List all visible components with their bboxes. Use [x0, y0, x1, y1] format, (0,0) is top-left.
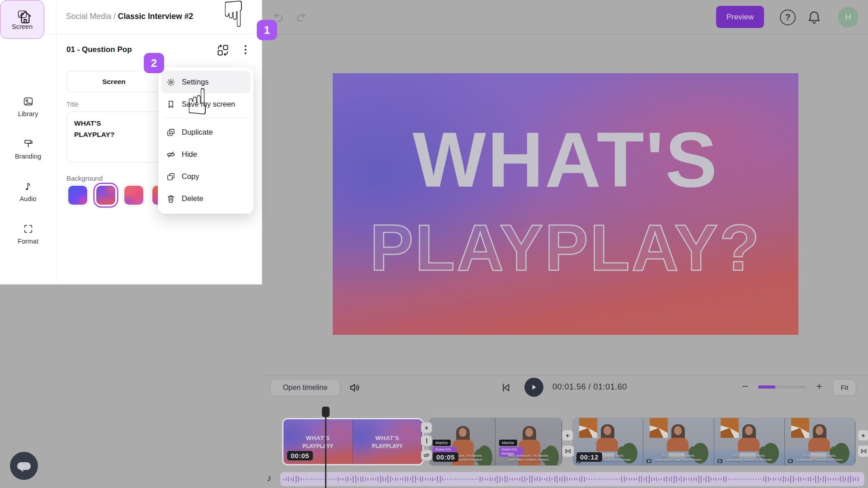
subtitle-text: In a fast-paced world,businesses have a … — [648, 454, 709, 463]
play-button[interactable] — [524, 378, 543, 397]
replace-screen-button[interactable] — [216, 43, 230, 57]
preview-button[interactable]: Preview — [716, 6, 764, 28]
add-screen-button[interactable]: + — [562, 430, 573, 441]
menu-item-hide[interactable]: Hide — [161, 143, 250, 165]
zoom-in-button[interactable]: + — [814, 380, 825, 394]
eye-off-icon — [423, 452, 430, 459]
transition-button[interactable] — [858, 445, 868, 457]
screen-options-button[interactable] — [240, 42, 251, 57]
speaker-icon — [348, 381, 362, 394]
sidebar-item-branding[interactable]: Branding — [0, 138, 56, 160]
timeline-clip-interview-1[interactable]: Marine Global KOL Manager Hello everyone… — [429, 418, 562, 465]
clip-thumbnail: In a fast-paced world,businesses have a … — [785, 418, 855, 465]
bookmark-icon — [166, 100, 175, 109]
sidebar-item-label: Branding — [15, 153, 41, 160]
audio-waveform-track[interactable] — [280, 472, 864, 486]
sidebar-item-format[interactable]: Format — [0, 223, 56, 245]
wall-art — [791, 418, 809, 438]
question-mark-icon: ? — [785, 12, 790, 23]
tutorial-cursor-1: ☟ — [222, 0, 245, 33]
subtitle-text: In a fast-paced world,businesses have a … — [790, 454, 850, 463]
step-badge-1: 1 — [257, 20, 277, 40]
redo-button[interactable] — [295, 10, 309, 25]
timeline-clip-title-screen[interactable]: WHAT'S PLAYPLAY? WHAT'S PLAYPLAY? 00:05 — [282, 418, 424, 465]
menu-item-label: Delete — [182, 194, 203, 203]
breadcrumb-project-name[interactable]: Classic Interview #2 — [118, 12, 193, 21]
background-swatch-1[interactable] — [67, 184, 89, 206]
time-display: 00:01.56 / 01:01.60 — [552, 382, 627, 392]
title-field-label: Title — [66, 101, 79, 108]
background-swatch-3[interactable] — [123, 184, 145, 206]
timeline-zoom-slider[interactable] — [758, 385, 806, 389]
wall-art — [650, 418, 668, 438]
clip-thumbnail: In a fast-paced world,businesses have a … — [643, 418, 714, 465]
menu-item-label: Copy — [182, 172, 199, 181]
mute-button[interactable] — [348, 381, 362, 394]
menu-item-copy[interactable]: Copy — [161, 165, 250, 188]
home-button[interactable] — [17, 9, 33, 25]
chat-support-button[interactable] — [10, 452, 38, 480]
music-note-icon: ♪ — [267, 473, 272, 483]
clip-thumbnail: Marine Global KOL Manager Hello everyone… — [495, 418, 562, 465]
current-time: 00:01.56 — [552, 382, 586, 391]
avatar-initial: H — [845, 13, 851, 22]
library-icon — [0, 96, 56, 107]
add-screen-button[interactable]: + — [858, 430, 868, 441]
speaker-name-label: Marine — [433, 440, 451, 446]
speaker-name-label: Marine — [499, 440, 517, 446]
controls-divider — [262, 375, 868, 376]
split-button[interactable] — [421, 435, 432, 446]
total-duration: 01:01.60 — [594, 382, 627, 391]
sidebar-item-label: Library — [18, 110, 38, 117]
transition-button[interactable] — [562, 445, 574, 457]
clip-duration-badge: 00:05 — [287, 451, 313, 460]
duplicate-icon — [166, 128, 175, 137]
user-avatar[interactable]: H — [838, 7, 859, 28]
background-section-label: Background — [66, 174, 103, 182]
watermark: D — [788, 459, 793, 463]
timeline-clip-interview-2[interactable]: In a fast-paced world,businesses have a … — [573, 418, 855, 465]
paint-roller-icon — [0, 138, 56, 150]
hide-clip-button[interactable] — [421, 450, 432, 461]
add-screen-button[interactable]: + — [421, 422, 432, 433]
step-badge-2: 2 — [144, 53, 164, 73]
clip-thumbnail: WHAT'S PLAYPLAY? — [353, 419, 423, 464]
wall-art — [721, 418, 739, 438]
clip-thumbnail: In a fast-paced world,businesses have a … — [714, 418, 785, 465]
subtitle-text: In a fast-paced world,businesses have a … — [719, 454, 779, 463]
music-note-icon — [0, 181, 56, 192]
canvas-title-line2: PLAYPLAY? — [370, 216, 761, 281]
screen-panel-title: 01 - Question Pop — [66, 45, 132, 54]
sidebar-item-library[interactable]: Library — [0, 96, 56, 117]
screen-type-label: Screen — [102, 78, 126, 86]
fit-button[interactable]: Fit — [833, 379, 856, 396]
split-icon — [426, 438, 427, 443]
help-button[interactable]: ? — [780, 9, 796, 25]
tutorial-cursor-2: ☝ — [186, 84, 208, 120]
menu-item-duplicate[interactable]: Duplicate — [161, 121, 250, 143]
chat-bubble-icon — [17, 462, 31, 470]
copy-icon — [166, 172, 175, 181]
zoom-out-button[interactable]: − — [740, 380, 750, 394]
background-swatch-2-selected[interactable] — [95, 184, 117, 206]
play-icon — [530, 384, 538, 391]
breadcrumb-project-group[interactable]: Social Media / — [66, 12, 118, 21]
sidebar-item-label: Format — [18, 238, 38, 245]
swap-icon — [216, 43, 230, 57]
sidebar-item-audio[interactable]: Audio — [0, 181, 56, 202]
clip-duration-badge: 00:05 — [433, 452, 458, 462]
video-canvas[interactable]: WHAT'S PLAYPLAY? — [333, 73, 798, 335]
video-editor-app: Preview ? H WHAT'S PLAYPLAY? Open timeli… — [0, 0, 868, 488]
open-timeline-label: Open timeline — [283, 384, 328, 392]
format-icon — [0, 223, 56, 235]
zoom-slider-fill — [758, 385, 775, 389]
wall-art — [579, 418, 597, 438]
playhead-handle[interactable] — [322, 407, 330, 417]
notifications-button[interactable] — [806, 9, 822, 25]
breadcrumb[interactable]: Social Media / Classic Interview #2 — [66, 12, 193, 21]
skip-to-start-button[interactable] — [500, 382, 512, 394]
fit-label: Fit — [841, 384, 849, 391]
screen-type-selector[interactable]: Screen — [66, 71, 161, 92]
menu-item-delete[interactable]: Delete — [161, 188, 250, 210]
open-timeline-button[interactable]: Open timeline — [270, 379, 340, 396]
